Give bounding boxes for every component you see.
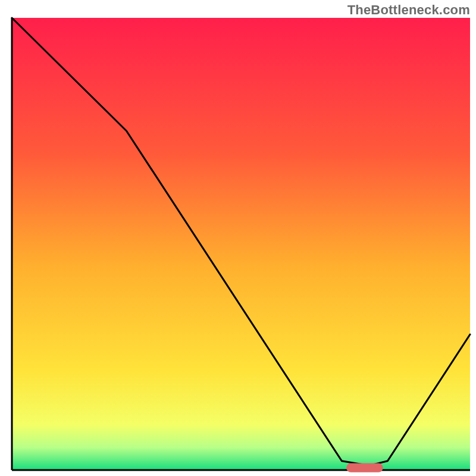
chart-stage: TheBottleneck.com (0, 0, 476, 476)
bottleneck-chart (0, 0, 476, 476)
optimal-marker (346, 464, 383, 472)
watermark-label: TheBottleneck.com (347, 2, 470, 18)
